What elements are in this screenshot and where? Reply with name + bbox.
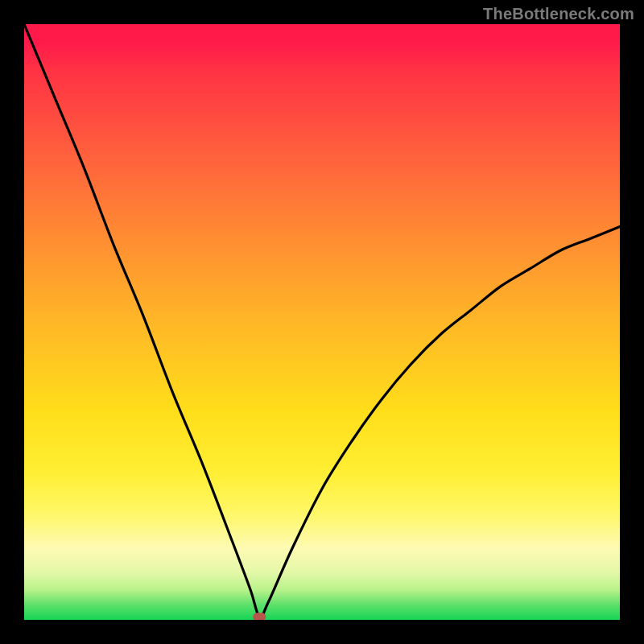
plot-area xyxy=(24,24,620,620)
chart-frame: TheBottleneck.com xyxy=(0,0,644,644)
bottleneck-curve xyxy=(24,24,620,617)
curve-svg xyxy=(24,24,620,620)
optimal-marker xyxy=(253,613,266,620)
watermark-text: TheBottleneck.com xyxy=(483,5,634,23)
